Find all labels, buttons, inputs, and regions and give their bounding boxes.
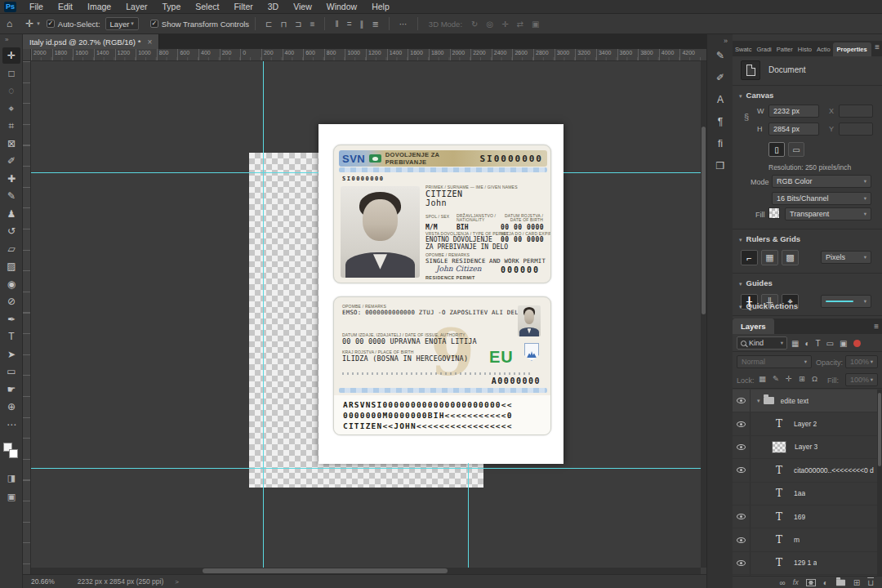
lock-position-icon[interactable]: ✛ <box>786 374 792 383</box>
menu-item-help[interactable]: Help <box>364 2 397 11</box>
auto-select-checkbox[interactable]: ✓ <box>47 20 55 28</box>
horizontal-guide[interactable] <box>31 468 701 469</box>
layer-name[interactable]: edite text <box>781 397 809 405</box>
menu-item-layer[interactable]: Layer <box>118 2 154 11</box>
lasso-tool[interactable]: ◌ <box>2 82 20 99</box>
visibility-toggle[interactable] <box>733 459 751 481</box>
menu-item-view[interactable]: View <box>286 2 319 11</box>
layers-menu-icon[interactable]: ≡ <box>874 322 879 331</box>
distribute-left-icon[interactable]: ∥ <box>355 20 368 29</box>
show-transform-checkbox[interactable]: ✓ <box>150 20 158 28</box>
eraser-tool[interactable]: ▱ <box>2 241 20 257</box>
brush-settings-panel-icon[interactable]: ✎ <box>712 47 728 64</box>
layer-name[interactable]: 1aa <box>794 489 805 497</box>
horizontal-guide[interactable] <box>564 172 701 173</box>
align-center-h-icon[interactable]: ⊓ <box>276 20 291 29</box>
rulers-grids-section-header[interactable]: ▾Rulers & Grids <box>739 234 800 243</box>
layer-row[interactable]: Tcita000000..<<<<<<<<0 d <box>733 459 882 482</box>
shape-tool[interactable]: ▭ <box>2 363 20 380</box>
blur-tool[interactable]: ◉ <box>2 276 20 292</box>
tool-preset-arrow-icon[interactable]: ▾ <box>37 20 40 27</box>
menu-item-edit[interactable]: Edit <box>51 2 80 11</box>
brush-tool[interactable]: ✎ <box>2 188 20 204</box>
scrollbar-thumb[interactable] <box>702 127 706 314</box>
horizontal-scrollbar[interactable] <box>31 568 701 574</box>
layer-name[interactable]: m <box>794 536 800 544</box>
lock-transparency-icon[interactable]: ▦ <box>759 374 766 383</box>
guides-section-header[interactable]: ▾Guides <box>739 278 773 287</box>
menu-item-3d[interactable]: 3D <box>261 2 286 11</box>
distribute-h-icon[interactable]: ‖ <box>331 20 342 29</box>
brushes-panel-icon[interactable]: ✐ <box>712 69 728 86</box>
group-caret-icon[interactable]: ▾ <box>757 398 760 404</box>
layer-name[interactable]: 129 1 a <box>794 559 817 567</box>
y-input[interactable] <box>839 122 873 136</box>
type-tool[interactable]: T <box>2 328 20 345</box>
toggle-rulers-button[interactable]: ⌐ <box>741 250 758 265</box>
layer-row[interactable]: T1aa <box>733 483 882 506</box>
zoom-tool[interactable]: ⊕ <box>2 399 20 415</box>
portrait-orientation-button[interactable]: ▯ <box>768 142 785 157</box>
color-swatches[interactable] <box>3 443 20 462</box>
toggle-snap-button[interactable]: ▩ <box>782 250 799 265</box>
mode-dropdown[interactable]: RGB Color▾ <box>772 175 871 188</box>
horizontal-guide[interactable] <box>31 172 318 173</box>
layer-row[interactable]: ▾edite text <box>733 390 882 412</box>
move-tool-preset-icon[interactable]: ✛ <box>19 18 35 29</box>
vertical-guide[interactable] <box>468 463 469 568</box>
align-left-icon[interactable]: ⊏ <box>261 20 276 29</box>
zoom-level[interactable]: 20.66% <box>31 577 55 586</box>
text-layer-thumbnail[interactable]: T <box>773 534 786 546</box>
text-layer-thumbnail[interactable]: T <box>773 557 786 568</box>
visibility-toggle[interactable] <box>733 436 751 458</box>
dodge-tool[interactable]: ⊘ <box>2 293 20 310</box>
layers-tab[interactable]: Layers <box>733 318 774 334</box>
layer-name[interactable]: Layer 3 <box>795 443 817 451</box>
fill-swatch[interactable] <box>768 207 780 219</box>
pixel-layer-thumbnail[interactable] <box>772 441 786 453</box>
canvas-viewport[interactable]: SVN DOVOLJENJE ZA PREBIVANJE SI0000000 S… <box>31 61 701 568</box>
distribute-top-icon[interactable]: ≣ <box>368 20 382 29</box>
pixel-filter-icon[interactable]: ▦ <box>791 339 799 348</box>
layer-row[interactable]: Layer 3 <box>733 436 882 459</box>
ruler-corner[interactable] <box>23 49 31 61</box>
healing-brush-tool[interactable]: ✚ <box>2 171 20 187</box>
visibility-toggle[interactable] <box>733 506 751 528</box>
layer-row[interactable]: T129 1 a <box>733 552 882 575</box>
panel-tab-properties[interactable]: Properties <box>833 42 871 56</box>
vertical-ruler[interactable] <box>23 61 31 574</box>
auto-select-dropdown[interactable]: Layer ▾ <box>105 17 139 30</box>
more-options-icon[interactable]: ⋯ <box>395 20 412 29</box>
smart-object-filter-icon[interactable]: ▣ <box>840 339 847 348</box>
paragraph-panel-icon[interactable]: ¶ <box>712 114 728 130</box>
horizontal-ruler[interactable]: 2000180016001400120010008006004002000200… <box>31 49 706 61</box>
menu-item-type[interactable]: Type <box>154 2 188 11</box>
visibility-toggle[interactable] <box>733 390 751 412</box>
menu-item-filter[interactable]: Filter <box>226 2 260 11</box>
crop-tool[interactable]: ⌗ <box>2 118 20 134</box>
more-tools[interactable]: ⋯ <box>2 416 20 433</box>
new-group-icon[interactable] <box>835 579 846 586</box>
layer-name[interactable]: 169 <box>794 513 805 521</box>
new-layer-icon[interactable]: ⊞ <box>853 578 860 587</box>
document-tab[interactable]: Italy id.psd @ 20.7% (RGB/16) * × <box>23 34 159 49</box>
visibility-toggle[interactable] <box>733 528 751 550</box>
layer-mask-icon[interactable] <box>806 579 816 586</box>
panel-tab-gradi[interactable]: Gradi <box>754 42 773 56</box>
visibility-toggle[interactable] <box>733 483 751 505</box>
glyphs-panel-icon[interactable]: ﬁ <box>712 136 728 152</box>
vertical-guide[interactable] <box>263 61 264 568</box>
3d-panel-icon[interactable]: ❒ <box>712 158 728 174</box>
home-icon[interactable]: ⌂ <box>0 18 19 29</box>
status-chevron-icon[interactable]: > <box>175 578 179 586</box>
toggle-grid-button[interactable]: ▦ <box>761 250 778 265</box>
distribute-v-icon[interactable]: = <box>343 20 356 29</box>
pen-tool[interactable]: ✒ <box>2 311 20 327</box>
panel-menu-icon[interactable]: ≡ <box>875 42 880 51</box>
background-color-swatch[interactable] <box>9 449 18 458</box>
gradient-tool[interactable]: ▨ <box>2 258 20 274</box>
frame-tool[interactable]: ⊠ <box>2 136 20 152</box>
layer-row[interactable]: Tm <box>733 528 882 551</box>
menu-item-window[interactable]: Window <box>319 2 364 11</box>
panel-tab-histo[interactable]: Histo <box>795 42 814 56</box>
